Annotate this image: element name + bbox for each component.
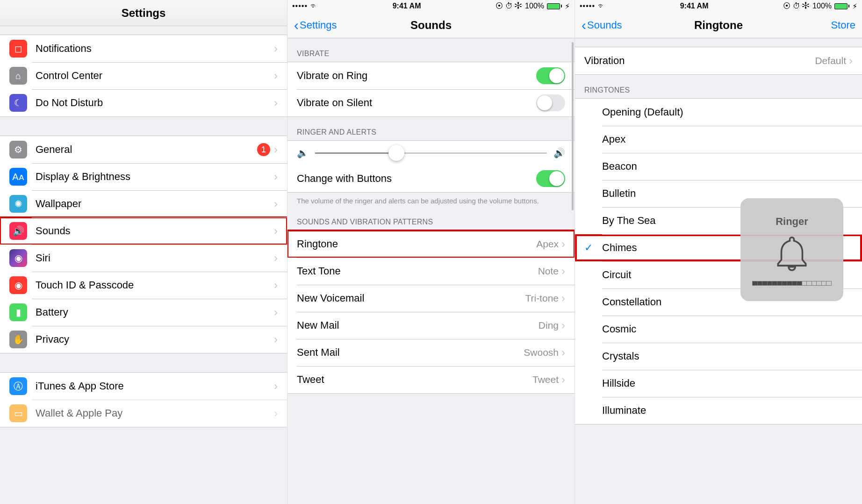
row-control-center[interactable]: ⌂ Control Center › [0, 62, 287, 89]
battery-icon [547, 3, 562, 9]
nav-bar-settings: Settings [0, 0, 287, 26]
hand-icon: ✋ [9, 331, 27, 348]
nav-bar-ringtone: ‹ Sounds Ringtone Store [575, 12, 862, 38]
chevron-right-icon: › [274, 96, 278, 109]
row-label: Text Tone [297, 265, 341, 277]
row-label: New Voicemail [297, 292, 364, 304]
chevron-right-icon: › [561, 265, 565, 278]
ringtone-opening-default-[interactable]: Opening (Default) [575, 99, 862, 126]
ringtone-hillside[interactable]: Hillside [575, 370, 862, 397]
row-label: Control Center [36, 70, 102, 82]
hud-volume-bar [752, 281, 832, 286]
row-sent-mail[interactable]: Sent MailSwoosh› [287, 339, 575, 366]
section-footer: The volume of the ringer and alerts can … [287, 193, 575, 213]
fingerprint-icon: ◉ [9, 276, 27, 294]
row-label: Tweet [297, 374, 324, 386]
row-sounds[interactable]: 🔊 Sounds › [0, 217, 287, 245]
row-ringtone[interactable]: RingtoneApex› [287, 230, 575, 258]
volume-slider-row: 🔈 🔊 [287, 141, 575, 165]
row-label: Sent Mail [297, 346, 340, 359]
row-notifications[interactable]: ◻︎ Notifications › [0, 35, 287, 62]
ringtone-apex[interactable]: Apex [575, 126, 862, 153]
row-vibrate-on-ring[interactable]: Vibrate on Ring [287, 62, 575, 89]
hud-title: Ringer [776, 216, 808, 228]
ringtone-label: Apex [602, 133, 625, 145]
ringtone-label: Bulletin [602, 187, 636, 200]
toggle-vibrate-silent[interactable] [536, 94, 565, 111]
row-siri[interactable]: ◉ Siri › [0, 245, 287, 272]
row-label: Notifications [36, 43, 92, 55]
row-new-mail[interactable]: New MailDing› [287, 312, 575, 339]
row-change-with-buttons[interactable]: Change with Buttons [287, 165, 575, 192]
row-label: Privacy [36, 333, 69, 346]
row-display[interactable]: Aᴀ Display & Brightness › [0, 163, 287, 190]
wallpaper-icon: ✺ [9, 195, 27, 213]
row-general[interactable]: ⚙ General 1 › [0, 136, 287, 163]
ringtone-label: Illuminate [602, 404, 646, 417]
chevron-right-icon: › [274, 279, 278, 292]
row-dnd[interactable]: ☾ Do Not Disturb › [0, 89, 287, 116]
scrollbar-thumb[interactable] [572, 42, 574, 210]
row-label: Do Not Disturb [36, 97, 103, 109]
back-label: Settings [300, 19, 337, 31]
row-new-voicemail[interactable]: New VoicemailTri-tone› [287, 285, 575, 312]
ringtone-beacon[interactable]: Beacon [575, 153, 862, 180]
ringtone-panel: •••••ᯤ 9:41 AM ⦿ ⏱ ✻ 100% ⚡︎ ‹ Sounds Ri… [575, 0, 862, 504]
row-label: Wallpaper [36, 198, 81, 210]
volume-slider[interactable] [315, 152, 547, 154]
row-label: Vibrate on Silent [297, 97, 372, 109]
row-label: Battery [36, 306, 68, 318]
ringer-hud: Ringer [740, 198, 843, 301]
ringtone-label: Circuit [602, 269, 631, 281]
settings-panel: Settings ◻︎ Notifications › ⌂ Control Ce… [0, 0, 287, 504]
chevron-right-icon: › [274, 224, 278, 238]
back-label: Sounds [587, 19, 622, 31]
row-label: Change with Buttons [297, 173, 392, 185]
store-button[interactable]: Store [831, 19, 855, 31]
row-value: Swoosh [524, 347, 559, 358]
toggle-change-buttons[interactable] [536, 170, 565, 187]
charging-icon: ⚡︎ [852, 2, 857, 11]
ringtone-illuminate[interactable]: Illuminate [575, 397, 862, 424]
patterns-list: RingtoneApex›Text ToneNote›New Voicemail… [287, 230, 575, 394]
settings-group-2: ⚙ General 1 › Aᴀ Display & Brightness › … [0, 136, 287, 353]
charging-icon: ⚡︎ [565, 2, 570, 11]
row-touchid[interactable]: ◉ Touch ID & Passcode › [0, 272, 287, 299]
chevron-right-icon: › [274, 252, 278, 265]
display-icon: Aᴀ [9, 168, 27, 186]
chevron-right-icon: › [274, 69, 278, 82]
row-itunes[interactable]: Ⓐ iTunes & App Store › [0, 373, 287, 400]
chevron-right-icon: › [274, 333, 278, 346]
speaker-icon: 🔊 [9, 222, 27, 240]
row-battery[interactable]: ▮ Battery › [0, 299, 287, 326]
back-button[interactable]: ‹ Settings [294, 18, 337, 32]
row-vibration[interactable]: Vibration Default › [575, 47, 862, 74]
ringtone-cosmic[interactable]: Cosmic [575, 316, 862, 343]
ringtone-crystals[interactable]: Crystals [575, 343, 862, 370]
chevron-right-icon: › [849, 54, 853, 67]
row-label: Siri [36, 252, 50, 264]
status-bar: •••••ᯤ 9:41 AM ⦿ ⏱ ✻ 100% ⚡︎ [575, 0, 862, 12]
ringtone-label: Beacon [602, 160, 637, 173]
row-value: Note [538, 266, 559, 277]
toggle-vibrate-ring[interactable] [536, 67, 565, 84]
row-privacy[interactable]: ✋ Privacy › [0, 326, 287, 353]
wifi-icon: ᯤ [598, 2, 605, 10]
ringtone-label: Cosmic [602, 323, 636, 335]
row-wallpaper[interactable]: ✺ Wallpaper › [0, 190, 287, 217]
gear-icon: ⚙ [9, 141, 27, 158]
row-vibrate-on-silent[interactable]: Vibrate on Silent [287, 89, 575, 116]
siri-icon: ◉ [9, 249, 27, 267]
chevron-right-icon: › [274, 306, 278, 319]
row-text-tone[interactable]: Text ToneNote› [287, 258, 575, 285]
row-wallet[interactable]: ▭ Wallet & Apple Pay › [0, 400, 287, 427]
back-button[interactable]: ‹ Sounds [582, 18, 622, 32]
settings-group-3: Ⓐ iTunes & App Store › ▭ Wallet & Apple … [0, 372, 287, 427]
row-tweet[interactable]: TweetTweet› [287, 366, 575, 393]
chevron-right-icon: › [274, 42, 278, 55]
row-label: New Mail [297, 319, 339, 331]
nav-bar-sounds: ‹ Settings Sounds [287, 12, 575, 38]
chevron-left-icon: ‹ [294, 18, 299, 32]
row-label: Ringtone [297, 238, 338, 250]
row-label: Sounds [36, 225, 71, 237]
